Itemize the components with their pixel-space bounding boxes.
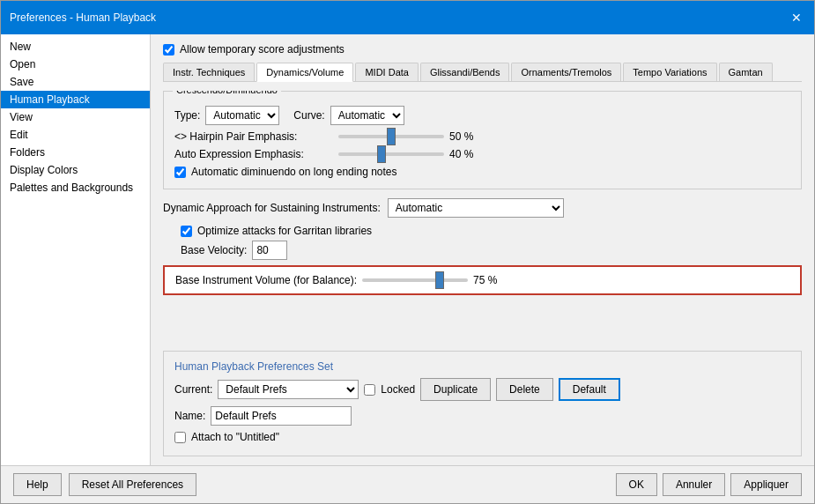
base-velocity-input[interactable]: 80 bbox=[252, 241, 287, 260]
crescendo-section-label: Crescendo/Diminuendo bbox=[173, 91, 281, 95]
locked-label: Locked bbox=[381, 383, 415, 396]
default-button[interactable]: Default bbox=[559, 378, 620, 401]
content-area: Allow temporary score adjustments Instr.… bbox=[151, 34, 814, 465]
window-title: Preferences - Human Playback bbox=[10, 11, 156, 24]
ok-button[interactable]: OK bbox=[616, 473, 657, 496]
hairpin-slider-container: 50 % bbox=[338, 130, 476, 143]
sidebar-item-display-colors[interactable]: Display Colors bbox=[1, 161, 150, 179]
prefs-section: Human Playback Preferences Set Current: … bbox=[163, 351, 802, 456]
delete-button[interactable]: Delete bbox=[496, 378, 553, 401]
dynamic-approach-row: Dynamic Approach for Sustaining Instrume… bbox=[163, 198, 802, 218]
dynamic-approach-select[interactable]: Automatic bbox=[388, 198, 564, 218]
auto-expression-percent: 40 % bbox=[449, 148, 476, 160]
allow-temp-row: Allow temporary score adjustments bbox=[163, 43, 802, 56]
tab-content: Crescendo/Diminuendo Type: Automatic Cur… bbox=[163, 91, 802, 344]
dynamic-approach-label: Dynamic Approach for Sustaining Instrume… bbox=[163, 202, 381, 214]
bottom-right: OK Annuler Appliquer bbox=[616, 473, 802, 496]
main-content: New Open Save Human Playback View Edit F… bbox=[1, 34, 814, 465]
sidebar-item-folders[interactable]: Folders bbox=[1, 144, 150, 161]
name-row: Name: bbox=[174, 406, 790, 426]
current-label: Current: bbox=[174, 383, 212, 396]
optimize-attacks-label: Optimize attacks for Garritan libraries bbox=[197, 225, 372, 237]
reset-preferences-button[interactable]: Reset All Preferences bbox=[69, 473, 196, 496]
cancel-button[interactable]: Annuler bbox=[663, 473, 725, 496]
hairpin-row: <> Hairpin Pair Emphasis: 50 % bbox=[174, 130, 790, 143]
base-volume-percent: 75 % bbox=[473, 274, 500, 286]
auto-diminuendo-checkbox[interactable] bbox=[174, 167, 186, 178]
optimize-attacks-row: Optimize attacks for Garritan libraries bbox=[181, 225, 802, 237]
hairpin-slider[interactable] bbox=[338, 135, 444, 138]
curve-label: Curve: bbox=[293, 109, 324, 122]
sidebar-item-palettes[interactable]: Palettes and Backgrounds bbox=[1, 179, 150, 196]
preferences-window: Preferences - Human Playback ✕ New Open … bbox=[0, 0, 815, 504]
help-button[interactable]: Help bbox=[13, 473, 62, 496]
base-velocity-label: Base Velocity: bbox=[181, 244, 247, 256]
prefs-section-title: Human Playback Preferences Set bbox=[174, 360, 790, 373]
attach-checkbox[interactable] bbox=[174, 432, 186, 443]
auto-expression-row: Auto Expression Emphasis: 40 % bbox=[174, 148, 790, 160]
sidebar-item-human-playback[interactable]: Human Playback bbox=[1, 91, 150, 108]
tab-midi-data[interactable]: MIDI Data bbox=[355, 63, 419, 81]
bottom-left: Help Reset All Preferences bbox=[13, 473, 196, 496]
base-volume-slider[interactable] bbox=[362, 278, 468, 282]
name-input[interactable] bbox=[211, 406, 352, 426]
sidebar: New Open Save Human Playback View Edit F… bbox=[1, 34, 151, 465]
auto-expression-label: Auto Expression Emphasis: bbox=[174, 148, 333, 160]
hairpin-label: <> Hairpin Pair Emphasis: bbox=[174, 130, 333, 143]
attach-row: Attach to "Untitled" bbox=[174, 431, 790, 443]
tab-ornaments[interactable]: Ornaments/Tremolos bbox=[511, 63, 621, 81]
bottom-bar: Help Reset All Preferences OK Annuler Ap… bbox=[1, 465, 814, 503]
title-bar: Preferences - Human Playback ✕ bbox=[1, 1, 814, 34]
base-volume-slider-container: 75 % bbox=[362, 274, 500, 286]
name-label: Name: bbox=[174, 410, 205, 422]
sidebar-item-new[interactable]: New bbox=[1, 38, 150, 56]
hairpin-percent: 50 % bbox=[449, 130, 476, 143]
apply-button[interactable]: Appliquer bbox=[730, 473, 802, 496]
duplicate-button[interactable]: Duplicate bbox=[420, 378, 491, 401]
current-prefs-select[interactable]: Default Prefs bbox=[218, 380, 359, 399]
auto-diminuendo-row: Automatic diminuendo on long ending note… bbox=[174, 166, 790, 178]
allow-temp-label: Allow temporary score adjustments bbox=[180, 43, 345, 56]
locked-checkbox[interactable] bbox=[364, 384, 375, 396]
auto-expression-slider-container: 40 % bbox=[338, 148, 476, 160]
tab-glissandi-bends[interactable]: Glissandi/Bends bbox=[420, 63, 510, 81]
tab-instr-techniques[interactable]: Instr. Techniques bbox=[163, 63, 255, 81]
type-label: Type: bbox=[174, 109, 200, 122]
sidebar-item-open[interactable]: Open bbox=[1, 56, 150, 73]
optimize-attacks-checkbox[interactable] bbox=[181, 226, 192, 237]
type-curve-row: Type: Automatic Curve: Automatic bbox=[174, 106, 790, 125]
type-select[interactable]: Automatic bbox=[205, 106, 279, 125]
base-instrument-volume-box: Base Instrument Volume (for Balance): 75… bbox=[163, 265, 802, 295]
sidebar-item-save[interactable]: Save bbox=[1, 73, 150, 91]
tabs-container: Instr. Techniques Dynamics/Volume MIDI D… bbox=[163, 63, 802, 82]
tab-dynamics-volume[interactable]: Dynamics/Volume bbox=[256, 63, 353, 82]
auto-diminuendo-label: Automatic diminuendo on long ending note… bbox=[191, 166, 397, 178]
crescendo-section: Crescendo/Diminuendo Type: Automatic Cur… bbox=[163, 91, 802, 189]
sidebar-item-edit[interactable]: Edit bbox=[1, 126, 150, 144]
attach-label: Attach to "Untitled" bbox=[191, 431, 279, 443]
allow-temp-checkbox[interactable] bbox=[163, 44, 174, 56]
base-instrument-volume-label: Base Instrument Volume (for Balance): bbox=[175, 274, 357, 286]
close-button[interactable]: ✕ bbox=[788, 6, 805, 29]
tab-tempo-variations[interactable]: Tempo Variations bbox=[623, 63, 716, 81]
sidebar-item-view[interactable]: View bbox=[1, 108, 150, 126]
base-velocity-row: Base Velocity: 80 bbox=[181, 241, 802, 260]
tab-gamtan[interactable]: Gamtan bbox=[719, 63, 773, 81]
current-prefs-row: Current: Default Prefs Locked Duplicate … bbox=[174, 378, 790, 401]
auto-expression-slider[interactable] bbox=[338, 152, 444, 156]
curve-select[interactable]: Automatic bbox=[330, 106, 404, 125]
